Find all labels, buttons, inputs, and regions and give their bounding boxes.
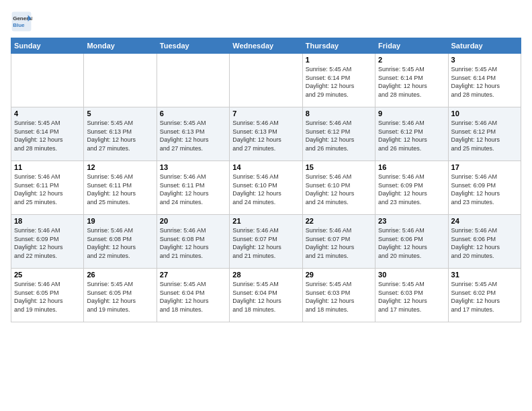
day-info: Sunrise: 5:45 AMSunset: 6:14 PMDaylight:…: [14, 119, 81, 152]
calendar-table: SundayMondayTuesdayWednesdayThursdayFrid…: [11, 38, 521, 322]
day-number: 22: [306, 217, 372, 225]
day-info: Sunrise: 5:46 AMSunset: 6:06 PMDaylight:…: [378, 226, 445, 260]
day-number: 11: [14, 163, 81, 171]
calendar-cell: 27Sunrise: 5:45 AMSunset: 6:04 PMDayligh…: [157, 269, 229, 322]
day-info: Sunrise: 5:46 AMSunset: 6:10 PMDaylight:…: [306, 173, 372, 206]
logo: General Blue: [11, 11, 35, 32]
calendar-cell: 3Sunrise: 5:45 AMSunset: 6:14 PMDaylight…: [448, 54, 521, 107]
day-number: 14: [232, 163, 299, 171]
calendar-cell: 12Sunrise: 5:46 AMSunset: 6:11 PMDayligh…: [84, 161, 157, 215]
day-info: Sunrise: 5:46 AMSunset: 6:12 PMDaylight:…: [306, 119, 372, 152]
day-number: 27: [160, 271, 226, 279]
day-info: Sunrise: 5:46 AMSunset: 6:11 PMDaylight:…: [160, 173, 226, 206]
header-thursday: Thursday: [302, 38, 375, 54]
day-info: Sunrise: 5:46 AMSunset: 6:06 PMDaylight:…: [451, 226, 518, 260]
day-info: Sunrise: 5:45 AMSunset: 6:14 PMDaylight:…: [451, 65, 518, 99]
calendar-cell: 23Sunrise: 5:46 AMSunset: 6:06 PMDayligh…: [375, 215, 448, 269]
calendar-cell: 31Sunrise: 5:45 AMSunset: 6:02 PMDayligh…: [448, 269, 521, 322]
calendar-cell: 28Sunrise: 5:45 AMSunset: 6:04 PMDayligh…: [230, 269, 302, 322]
logo-icon: General Blue: [11, 11, 32, 32]
day-info: Sunrise: 5:45 AMSunset: 6:04 PMDaylight:…: [160, 280, 226, 314]
day-info: Sunrise: 5:45 AMSunset: 6:03 PMDaylight:…: [378, 280, 445, 314]
day-number: 4: [14, 109, 81, 118]
day-number: 28: [232, 271, 299, 279]
day-info: Sunrise: 5:46 AMSunset: 6:11 PMDaylight:…: [87, 173, 153, 206]
calendar-cell: 19Sunrise: 5:46 AMSunset: 6:08 PMDayligh…: [84, 215, 157, 269]
calendar-cell: 9Sunrise: 5:46 AMSunset: 6:12 PMDaylight…: [375, 107, 448, 161]
day-info: Sunrise: 5:45 AMSunset: 6:04 PMDaylight:…: [232, 280, 299, 314]
calendar-cell: 4Sunrise: 5:45 AMSunset: 6:14 PMDaylight…: [11, 107, 84, 161]
calendar-cell: 18Sunrise: 5:46 AMSunset: 6:09 PMDayligh…: [11, 215, 84, 269]
week-row-2: 4Sunrise: 5:45 AMSunset: 6:14 PMDaylight…: [11, 107, 521, 161]
day-number: 24: [451, 217, 518, 225]
calendar-cell: [84, 54, 157, 107]
calendar-cell: 20Sunrise: 5:46 AMSunset: 6:08 PMDayligh…: [157, 215, 229, 269]
day-number: 29: [306, 271, 372, 279]
day-number: 31: [451, 271, 518, 279]
calendar-cell: 25Sunrise: 5:46 AMSunset: 6:05 PMDayligh…: [11, 269, 84, 322]
day-info: Sunrise: 5:46 AMSunset: 6:13 PMDaylight:…: [232, 119, 299, 152]
week-row-1: 1Sunrise: 5:45 AMSunset: 6:14 PMDaylight…: [11, 54, 521, 107]
week-row-3: 11Sunrise: 5:46 AMSunset: 6:11 PMDayligh…: [11, 161, 521, 215]
day-number: 16: [378, 163, 445, 171]
week-row-4: 18Sunrise: 5:46 AMSunset: 6:09 PMDayligh…: [11, 215, 521, 269]
calendar-cell: 21Sunrise: 5:46 AMSunset: 6:07 PMDayligh…: [230, 215, 302, 269]
calendar-cell: 17Sunrise: 5:46 AMSunset: 6:09 PMDayligh…: [448, 161, 521, 215]
calendar-cell: 22Sunrise: 5:46 AMSunset: 6:07 PMDayligh…: [302, 215, 375, 269]
day-number: 6: [160, 109, 226, 118]
day-info: Sunrise: 5:45 AMSunset: 6:03 PMDaylight:…: [306, 280, 372, 314]
day-info: Sunrise: 5:46 AMSunset: 6:05 PMDaylight:…: [14, 280, 81, 314]
calendar-cell: 26Sunrise: 5:45 AMSunset: 6:05 PMDayligh…: [84, 269, 157, 322]
calendar-cell: [157, 54, 229, 107]
day-info: Sunrise: 5:45 AMSunset: 6:13 PMDaylight:…: [87, 119, 153, 152]
header-sunday: Sunday: [11, 38, 84, 54]
day-number: 30: [378, 271, 445, 279]
day-number: 19: [87, 217, 153, 225]
day-info: Sunrise: 5:46 AMSunset: 6:07 PMDaylight:…: [306, 226, 372, 260]
calendar-cell: 11Sunrise: 5:46 AMSunset: 6:11 PMDayligh…: [11, 161, 84, 215]
day-info: Sunrise: 5:46 AMSunset: 6:12 PMDaylight:…: [451, 119, 518, 152]
day-number: 9: [378, 109, 445, 118]
calendar-cell: 16Sunrise: 5:46 AMSunset: 6:09 PMDayligh…: [375, 161, 448, 215]
calendar-cell: 14Sunrise: 5:46 AMSunset: 6:10 PMDayligh…: [230, 161, 302, 215]
day-info: Sunrise: 5:46 AMSunset: 6:09 PMDaylight:…: [451, 173, 518, 206]
calendar-cell: 30Sunrise: 5:45 AMSunset: 6:03 PMDayligh…: [375, 269, 448, 322]
day-number: 1: [306, 56, 372, 64]
calendar-header-row: SundayMondayTuesdayWednesdayThursdayFrid…: [11, 38, 521, 54]
calendar-cell: 1Sunrise: 5:45 AMSunset: 6:14 PMDaylight…: [302, 54, 375, 107]
header-saturday: Saturday: [448, 38, 521, 54]
header-monday: Monday: [84, 38, 157, 54]
day-info: Sunrise: 5:46 AMSunset: 6:10 PMDaylight:…: [232, 173, 299, 206]
header-wednesday: Wednesday: [230, 38, 302, 54]
day-info: Sunrise: 5:46 AMSunset: 6:09 PMDaylight:…: [378, 173, 445, 206]
svg-text:Blue: Blue: [13, 22, 25, 28]
calendar-cell: 29Sunrise: 5:45 AMSunset: 6:03 PMDayligh…: [302, 269, 375, 322]
day-info: Sunrise: 5:45 AMSunset: 6:13 PMDaylight:…: [160, 119, 226, 152]
day-number: 18: [14, 217, 81, 225]
day-number: 15: [306, 163, 372, 171]
day-number: 8: [306, 109, 372, 118]
day-number: 5: [87, 109, 153, 118]
day-number: 23: [378, 217, 445, 225]
day-number: 13: [160, 163, 226, 171]
calendar-cell: 10Sunrise: 5:46 AMSunset: 6:12 PMDayligh…: [448, 107, 521, 161]
calendar-cell: 2Sunrise: 5:45 AMSunset: 6:14 PMDaylight…: [375, 54, 448, 107]
calendar-cell: 6Sunrise: 5:45 AMSunset: 6:13 PMDaylight…: [157, 107, 229, 161]
day-number: 12: [87, 163, 153, 171]
day-info: Sunrise: 5:46 AMSunset: 6:12 PMDaylight:…: [378, 119, 445, 152]
calendar-cell: 7Sunrise: 5:46 AMSunset: 6:13 PMDaylight…: [230, 107, 302, 161]
day-info: Sunrise: 5:46 AMSunset: 6:09 PMDaylight:…: [14, 226, 81, 260]
day-info: Sunrise: 5:45 AMSunset: 6:14 PMDaylight:…: [378, 65, 445, 99]
header-friday: Friday: [375, 38, 448, 54]
calendar-cell: [11, 54, 84, 107]
day-number: 21: [232, 217, 299, 225]
day-number: 20: [160, 217, 226, 225]
calendar-cell: 8Sunrise: 5:46 AMSunset: 6:12 PMDaylight…: [302, 107, 375, 161]
day-number: 25: [14, 271, 81, 279]
day-info: Sunrise: 5:45 AMSunset: 6:05 PMDaylight:…: [87, 280, 153, 314]
day-info: Sunrise: 5:46 AMSunset: 6:11 PMDaylight:…: [14, 173, 81, 206]
day-info: Sunrise: 5:45 AMSunset: 6:02 PMDaylight:…: [451, 280, 518, 314]
calendar-cell: 13Sunrise: 5:46 AMSunset: 6:11 PMDayligh…: [157, 161, 229, 215]
calendar-cell: [230, 54, 302, 107]
calendar-cell: 24Sunrise: 5:46 AMSunset: 6:06 PMDayligh…: [448, 215, 521, 269]
